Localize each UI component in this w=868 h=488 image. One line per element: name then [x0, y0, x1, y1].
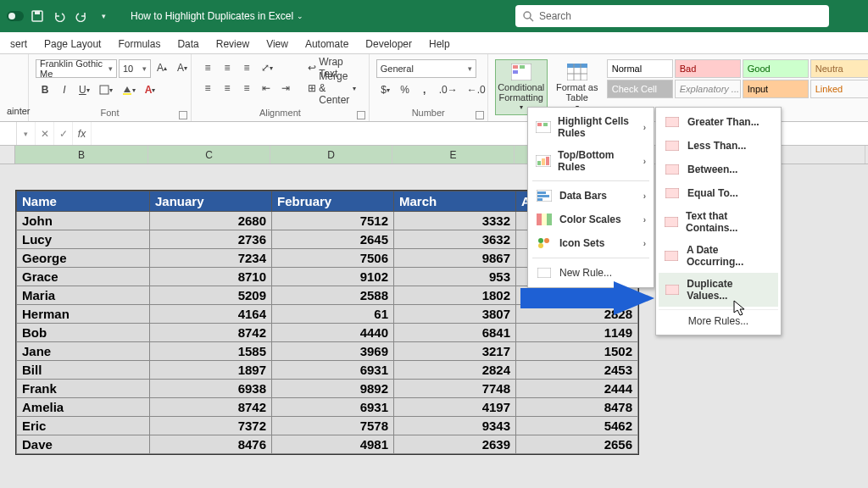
decrease-indent-icon[interactable]: ⇤ — [257, 80, 275, 97]
cell[interactable]: Jane — [17, 342, 150, 361]
align-left-icon[interactable]: ≡ — [198, 80, 217, 97]
tab-page-layout[interactable]: Page Layout — [36, 35, 109, 53]
cell[interactable]: 3969 — [272, 342, 394, 361]
cell[interactable]: Lucy — [17, 230, 150, 249]
cell[interactable]: Bill — [17, 361, 150, 380]
col-header-e[interactable]: E — [392, 146, 515, 164]
header-february[interactable]: February — [272, 191, 394, 212]
cell[interactable]: 7372 — [150, 417, 272, 435]
enter-formula-icon[interactable]: ✓ — [54, 122, 73, 145]
underline-button[interactable]: U▾ — [75, 81, 94, 98]
menu-greater-than[interactable]: Greater Than... — [659, 110, 778, 134]
tab-formulas[interactable]: Formulas — [109, 35, 169, 53]
align-center-icon[interactable]: ≡ — [218, 80, 236, 97]
header-name[interactable]: Name — [17, 191, 150, 212]
cell[interactable]: Dave — [17, 435, 150, 454]
number-dialog-launcher-icon[interactable] — [476, 111, 484, 119]
menu-color-scales[interactable]: Color Scales› — [531, 208, 651, 231]
format-painter-label[interactable]: ainter — [7, 106, 31, 116]
cell[interactable]: George — [17, 249, 150, 268]
cell[interactable]: 2824 — [394, 361, 516, 380]
cell[interactable]: 953 — [394, 268, 516, 286]
cell[interactable]: 2444 — [516, 380, 638, 398]
cell-styles-gallery[interactable]: Normal Bad Good Neutra Check Cell Explan… — [607, 59, 868, 98]
cell[interactable]: Maria — [17, 286, 150, 305]
cell[interactable]: 4981 — [272, 435, 394, 454]
cell[interactable]: 3332 — [394, 212, 516, 230]
cell[interactable]: 3632 — [394, 230, 516, 249]
cell[interactable]: 9892 — [272, 380, 394, 398]
cell[interactable]: 9102 — [272, 268, 394, 286]
cell[interactable]: 7512 — [272, 212, 394, 230]
col-header-c[interactable]: C — [148, 146, 270, 164]
tab-automate[interactable]: Automate — [297, 35, 357, 53]
tab-review[interactable]: Review — [208, 35, 258, 53]
orientation-icon[interactable]: ⤢▾ — [257, 59, 277, 76]
cell[interactable]: Grace — [17, 268, 150, 286]
cell[interactable]: 4164 — [150, 305, 272, 324]
cell[interactable]: 6931 — [272, 398, 394, 417]
cell[interactable]: 4440 — [272, 324, 394, 342]
bold-button[interactable]: B — [36, 81, 54, 98]
header-march[interactable]: March — [394, 191, 516, 212]
menu-date-occurring[interactable]: A Date Occurring... — [659, 239, 778, 273]
cell[interactable]: 1502 — [516, 342, 638, 361]
menu-icon-sets[interactable]: Icon Sets› — [531, 231, 651, 255]
header-january[interactable]: January — [150, 191, 272, 212]
style-check-cell[interactable]: Check Cell — [607, 80, 673, 98]
menu-duplicate-values[interactable]: Duplicate Values... — [659, 273, 778, 307]
comma-format-icon[interactable]: , — [415, 81, 434, 98]
cell[interactable]: John — [17, 212, 150, 230]
col-header-d[interactable]: D — [270, 146, 392, 164]
cell[interactable]: 9867 — [394, 249, 516, 268]
tab-help[interactable]: Help — [420, 35, 459, 53]
font-color-button[interactable]: A▾ — [141, 81, 160, 98]
menu-top-bottom-rules[interactable]: Top/Bottom Rules› — [531, 144, 651, 178]
tab-developer[interactable]: Developer — [357, 35, 420, 53]
redo-icon[interactable] — [71, 6, 92, 26]
cell[interactable]: 1897 — [150, 361, 272, 380]
style-good[interactable]: Good — [743, 59, 809, 78]
select-all-corner[interactable] — [0, 146, 15, 164]
document-title[interactable]: How to Highlight Duplicates in Excel ⌄ — [131, 10, 303, 22]
cell[interactable]: 8478 — [516, 398, 638, 417]
search-input[interactable]: Search — [515, 5, 829, 27]
cell[interactable]: 6931 — [272, 361, 394, 380]
cell[interactable]: Eric — [17, 417, 150, 435]
font-dialog-launcher-icon[interactable] — [179, 111, 187, 119]
cell[interactable]: 7578 — [272, 417, 394, 435]
cell[interactable]: 5462 — [516, 417, 638, 435]
increase-decimal-icon[interactable]: .0→ — [435, 81, 462, 98]
cell[interactable]: Bob — [17, 324, 150, 342]
cell[interactable]: Herman — [17, 305, 150, 324]
italic-button[interactable]: I — [55, 81, 74, 98]
menu-more-rules[interactable]: More Rules... — [659, 309, 778, 332]
align-top-icon[interactable]: ≡ — [198, 59, 217, 76]
cell[interactable]: 2736 — [150, 230, 272, 249]
align-middle-icon[interactable]: ≡ — [218, 59, 236, 76]
number-format-combo[interactable]: General▾ — [376, 59, 476, 78]
cell[interactable]: 8742 — [150, 324, 272, 342]
cell[interactable]: 61 — [272, 305, 394, 324]
font-size-combo[interactable]: 10▾ — [119, 59, 151, 78]
tab-insert[interactable]: sert — [2, 35, 36, 53]
menu-equal-to[interactable]: Equal To... — [659, 181, 778, 205]
cell[interactable]: 8742 — [150, 398, 272, 417]
style-input[interactable]: Input — [743, 80, 809, 98]
menu-less-than[interactable]: Less Than... — [659, 134, 778, 158]
cell[interactable]: 7506 — [272, 249, 394, 268]
cell[interactable]: 2656 — [516, 435, 638, 454]
menu-between[interactable]: Between... — [659, 158, 778, 181]
cell[interactable]: Frank — [17, 380, 150, 398]
qat-dropdown-icon[interactable]: ▾ — [93, 6, 114, 26]
cell[interactable]: 2639 — [394, 435, 516, 454]
style-neutral[interactable]: Neutra — [810, 59, 868, 78]
decrease-decimal-icon[interactable]: ←.0 — [463, 81, 490, 98]
increase-indent-icon[interactable]: ⇥ — [276, 80, 295, 97]
menu-data-bars[interactable]: Data Bars› — [531, 184, 651, 208]
cell[interactable]: 2645 — [272, 230, 394, 249]
insert-function-icon[interactable]: fx — [73, 122, 92, 145]
font-name-combo[interactable]: Franklin Gothic Me▾ — [36, 59, 117, 78]
col-header-b[interactable]: B — [15, 146, 148, 164]
cell[interactable]: 5209 — [150, 286, 272, 305]
